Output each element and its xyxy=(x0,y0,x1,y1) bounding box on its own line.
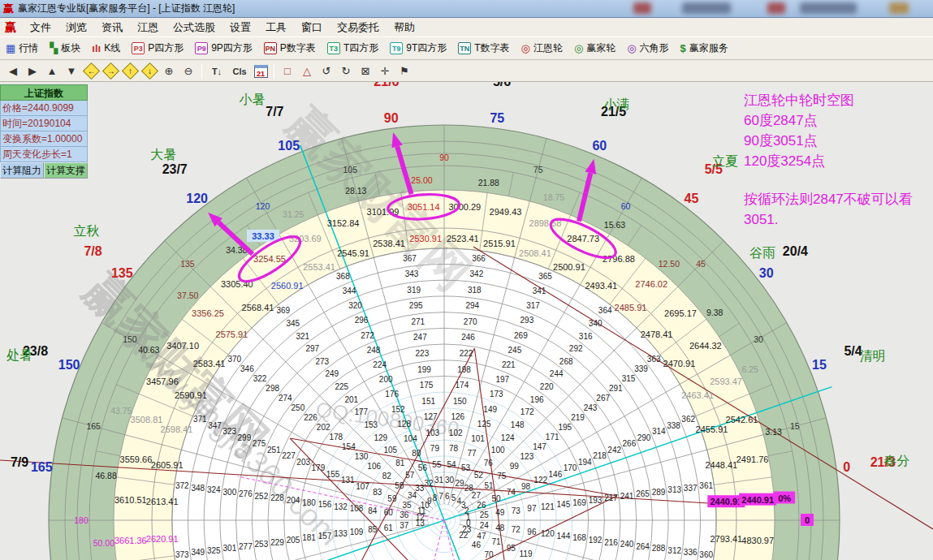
svg-text:2508.41: 2508.41 xyxy=(519,248,551,258)
zoom-out-icon[interactable]: ⊖ xyxy=(179,62,198,80)
svg-text:267: 267 xyxy=(596,394,610,403)
svg-text:61: 61 xyxy=(384,523,394,532)
pin-icon[interactable]: ⚑ xyxy=(395,62,414,80)
toolbar-button-9T四方形[interactable]: T99T四方形 xyxy=(384,40,452,57)
svg-text:100: 100 xyxy=(491,446,505,454)
toolbar-button-六角形[interactable]: ◎六角形 xyxy=(621,40,674,57)
svg-text:15: 15 xyxy=(790,421,800,431)
svg-text:45: 45 xyxy=(696,259,706,269)
svg-text:344: 344 xyxy=(343,286,356,295)
zoom-in-icon[interactable]: ⊕ xyxy=(159,62,179,80)
menu-item-1[interactable]: 浏览 xyxy=(58,19,94,37)
parameter-row-3: 周天变化步长=1 xyxy=(0,147,88,162)
select-box-icon[interactable]: ⊠ xyxy=(356,62,375,80)
toolbar-button-label: 行情 xyxy=(19,41,38,55)
menu-item-7[interactable]: 窗口 xyxy=(294,19,330,37)
triangle-tool-icon[interactable]: △ xyxy=(297,62,317,80)
fit-view-icon[interactable]: ✛ xyxy=(375,62,395,80)
toolbar-button-P数字表[interactable]: PNP数字表 xyxy=(258,40,322,57)
svg-text:175: 175 xyxy=(420,381,434,390)
svg-text:373: 373 xyxy=(175,550,189,559)
svg-text:2530.91: 2530.91 xyxy=(409,234,442,243)
menu-item-9[interactable]: 帮助 xyxy=(387,19,422,37)
t-arrows-icon[interactable]: T↓ xyxy=(205,62,228,80)
nav-left-icon[interactable]: ◀ xyxy=(3,62,23,80)
svg-text:221: 221 xyxy=(502,360,516,369)
rotate-ccw-icon[interactable]: ↺ xyxy=(317,62,336,80)
svg-text:148: 148 xyxy=(511,420,525,429)
svg-text:247: 247 xyxy=(413,333,427,342)
svg-text:18.75: 18.75 xyxy=(543,192,564,202)
svg-text:99: 99 xyxy=(510,462,520,471)
rotate-cw-icon[interactable]: ↻ xyxy=(336,62,356,80)
toolbar-button-9P四方形[interactable]: P99P四方形 xyxy=(189,40,258,57)
toolbar-button-label: 赢家轮 xyxy=(586,41,616,55)
svg-text:90: 90 xyxy=(439,153,449,162)
pan-left-icon[interactable]: ← xyxy=(81,62,101,80)
svg-text:2560.91: 2560.91 xyxy=(271,281,304,291)
svg-text:80: 80 xyxy=(412,449,421,458)
svg-text:198: 198 xyxy=(457,365,471,374)
svg-text:313: 313 xyxy=(667,485,681,494)
svg-text:369: 369 xyxy=(276,306,290,315)
svg-text:75: 75 xyxy=(497,472,507,480)
svg-text:298: 298 xyxy=(266,384,279,393)
toolbar-button-赢家服务[interactable]: $赢家服务 xyxy=(675,40,734,57)
svg-text:2575.91: 2575.91 xyxy=(216,330,248,339)
svg-text:301: 301 xyxy=(223,544,237,553)
svg-text:90: 90 xyxy=(384,111,399,125)
menu-item-6[interactable]: 工具 xyxy=(258,19,294,37)
calendar-icon[interactable]: 21 xyxy=(251,62,270,80)
svg-text:85: 85 xyxy=(368,525,378,534)
toolbar-button-板块[interactable]: ▚板块 xyxy=(44,40,86,57)
toolbar-button-江恩轮[interactable]: ◎江恩轮 xyxy=(516,40,568,57)
toolbar-button-赢家轮[interactable]: ◎赢家轮 xyxy=(568,40,621,57)
svg-text:33.33: 33.33 xyxy=(252,231,274,241)
toolbar-button-label: 9P四方形 xyxy=(211,41,253,55)
menu-item-5[interactable]: 设置 xyxy=(222,19,258,37)
pan-down-icon[interactable]: ↓ xyxy=(140,62,159,80)
parameter-row-0: 价格=2440.9099 xyxy=(0,101,88,116)
svg-text:338: 338 xyxy=(667,421,680,430)
toolbar-button-行情[interactable]: ▦行情 xyxy=(0,40,44,57)
button-计算支撑[interactable]: 计算支撑 xyxy=(44,162,88,179)
svg-text:76: 76 xyxy=(484,459,494,467)
menu-item-3[interactable]: 江恩 xyxy=(130,19,166,37)
svg-text:276: 276 xyxy=(239,489,253,498)
svg-text:46: 46 xyxy=(472,541,482,549)
cls-icon[interactable]: Cls xyxy=(228,62,251,80)
toolbar-button-K线[interactable]: ılıK线 xyxy=(86,40,126,57)
button-计算阻力[interactable]: 计算阻力 xyxy=(0,162,44,179)
svg-text:366: 366 xyxy=(472,254,486,263)
svg-text:293: 293 xyxy=(520,316,534,325)
toolbar-button-T四方形[interactable]: T3T四方形 xyxy=(322,40,384,57)
nav-up-icon[interactable]: ▲ xyxy=(42,62,62,80)
svg-text:363: 363 xyxy=(647,355,661,364)
menu-item-8[interactable]: 交易委托 xyxy=(330,19,387,37)
svg-text:337: 337 xyxy=(684,484,698,493)
svg-text:2493.41: 2493.41 xyxy=(585,281,617,291)
svg-text:121: 121 xyxy=(541,502,555,511)
nav-right-icon[interactable]: ▶ xyxy=(23,62,42,80)
svg-text:3: 3 xyxy=(461,501,466,510)
svg-text:36: 36 xyxy=(400,510,409,519)
t-table-icon: TN xyxy=(458,42,471,54)
svg-text:152: 152 xyxy=(391,405,405,414)
nav-down-icon[interactable]: ▼ xyxy=(62,62,81,80)
menu-item-0[interactable]: 文件 xyxy=(23,19,58,37)
pan-right-icon[interactable]: → xyxy=(101,62,120,80)
menu-item-4[interactable]: 公式选股 xyxy=(166,19,222,37)
toolbar-button-T数字表[interactable]: TNT数字表 xyxy=(452,40,515,57)
svg-text:2553.41: 2553.41 xyxy=(303,262,335,272)
svg-text:135: 135 xyxy=(180,259,195,269)
svg-text:150: 150 xyxy=(58,358,80,372)
svg-text:57: 57 xyxy=(405,471,415,480)
toolbar-button-P四方形[interactable]: P3P四方形 xyxy=(126,40,189,57)
menu-item-2[interactable]: 资讯 xyxy=(94,19,130,37)
svg-text:15.63: 15.63 xyxy=(604,220,625,230)
svg-text:156: 156 xyxy=(318,500,332,509)
square-tool-icon[interactable]: □ xyxy=(278,62,297,80)
svg-text:361: 361 xyxy=(699,481,713,490)
svg-text:224: 224 xyxy=(373,360,387,369)
pan-up-icon[interactable]: ↑ xyxy=(120,62,140,80)
